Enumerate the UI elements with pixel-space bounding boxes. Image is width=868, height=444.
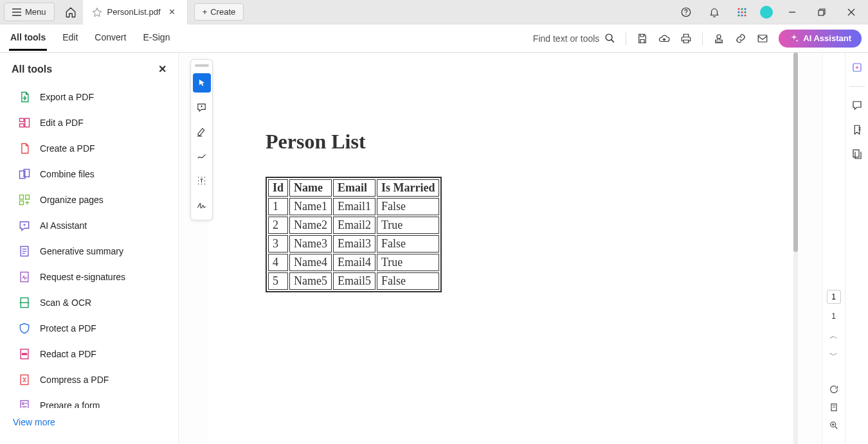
help-button[interactable]	[676, 4, 696, 21]
email-button[interactable]	[757, 33, 768, 44]
table-cell: Name1	[289, 198, 332, 215]
window-close-button[interactable]	[841, 6, 862, 19]
maximize-icon	[818, 8, 826, 16]
table-cell: 5	[268, 272, 288, 290]
star-icon[interactable]	[92, 7, 102, 17]
sparkle-icon	[789, 33, 799, 44]
table-cell: 4	[268, 254, 288, 271]
sidebar-item-esign[interactable]: Request e-signatures	[0, 264, 178, 290]
toolbar-drag-handle[interactable]	[195, 64, 209, 67]
draw-tool[interactable]	[193, 147, 211, 166]
tab-close-button[interactable]: ✕	[166, 7, 178, 17]
toolbar-tab-edit[interactable]: Edit	[61, 26, 79, 51]
scrollbar-thumb[interactable]	[793, 53, 798, 252]
sidebar-item-scan[interactable]: Scan & OCR	[0, 290, 178, 315]
svg-rect-26	[22, 353, 27, 355]
stamp-button[interactable]	[713, 33, 725, 44]
sidebar-item-create[interactable]: Create a PDF	[0, 136, 178, 161]
sidebar-close-button[interactable]: ✕	[158, 63, 167, 75]
sidebar-item-form[interactable]: Prepare a form	[0, 393, 178, 408]
esign-icon	[18, 271, 31, 283]
titlebar-right	[676, 4, 868, 21]
thumbnails-panel-button[interactable]	[851, 148, 863, 160]
notifications-button[interactable]	[705, 4, 724, 21]
page-number-input[interactable]	[827, 290, 841, 304]
sidebar-item-summary[interactable]: Generative summary	[0, 238, 178, 264]
save-icon	[637, 33, 648, 44]
save-button[interactable]	[637, 33, 648, 44]
pdf-page: Person List IdNameEmailIs Married 1Name1…	[208, 53, 793, 444]
svg-point-2	[741, 8, 743, 10]
separator	[626, 31, 626, 46]
sidebar-item-label: Request e-signatures	[40, 272, 125, 282]
highlight-tool[interactable]	[193, 122, 211, 141]
page-navigation-panel: 1 ︿ ﹀	[822, 53, 845, 444]
create-button[interactable]: + Create	[194, 3, 244, 21]
svg-point-12	[717, 35, 721, 39]
titlebar: Menu PersonList.pdf ✕ + Create	[0, 0, 868, 24]
table-header-cell: Is Married	[377, 179, 439, 197]
sign-tool[interactable]	[193, 195, 211, 215]
bookmarks-panel-button[interactable]	[851, 124, 863, 136]
comments-panel-button[interactable]	[851, 100, 863, 111]
ai-assistant-label: AI Assistant	[803, 33, 851, 43]
document-viewport[interactable]: Person List IdNameEmailIs Married 1Name1…	[179, 53, 822, 444]
all-tools-sidebar: All tools ✕ Export a PDFEdit a PDFCreate…	[0, 53, 179, 444]
sidebar-item-label: Create a PDF	[40, 143, 95, 154]
document-tab[interactable]: PersonList.pdf ✕	[83, 0, 188, 24]
document-heading: Person List	[266, 130, 735, 154]
toolbar-tab-convert[interactable]: Convert	[93, 26, 127, 51]
comment-icon	[196, 102, 207, 113]
secondary-toolbar: All tools Edit Convert E-Sign Find text …	[0, 24, 868, 53]
sidebar-item-label: AI Assistant	[40, 220, 87, 231]
search-area[interactable]: Find text or tools	[533, 33, 616, 44]
window-maximize-button[interactable]	[811, 6, 832, 19]
sidebar-item-organize[interactable]: Organize pages	[0, 187, 178, 213]
select-tool[interactable]	[193, 73, 211, 93]
minimize-icon	[788, 8, 796, 16]
table-cell: False	[377, 235, 439, 253]
print-button[interactable]	[680, 33, 692, 44]
cloud-upload-button[interactable]	[658, 33, 670, 44]
close-icon	[847, 8, 855, 16]
ai-assistant-button[interactable]: AI Assistant	[779, 30, 862, 48]
scrollbar-track[interactable]	[793, 53, 798, 444]
svg-point-7	[737, 14, 739, 16]
user-avatar[interactable]	[760, 6, 773, 19]
page-down-button[interactable]: ﹀	[827, 348, 840, 363]
toolbar-tab-esign[interactable]: E-Sign	[141, 26, 171, 51]
sidebar-item-redact[interactable]: Redact a PDF	[0, 341, 178, 367]
zoom-button[interactable]	[827, 418, 841, 432]
svg-rect-15	[20, 124, 24, 127]
panel-ai-button[interactable]	[851, 62, 863, 73]
highlight-icon	[196, 127, 207, 138]
view-more-link[interactable]: View more	[0, 408, 178, 436]
create-label: Create	[210, 7, 235, 17]
sidebar-item-protect[interactable]: Protect a PDF	[0, 315, 178, 341]
rotate-button[interactable]	[827, 382, 841, 396]
comment-tool[interactable]	[193, 98, 211, 117]
sidebar-item-combine[interactable]: Combine files	[0, 161, 178, 187]
page-total-label: 1	[831, 312, 836, 321]
sidebar-item-label: Combine files	[40, 169, 95, 179]
sidebar-item-edit[interactable]: Edit a PDF	[0, 110, 178, 136]
svg-point-5	[741, 11, 743, 13]
sidebar-item-ai[interactable]: AI Assistant	[0, 213, 178, 238]
plus-icon: +	[203, 7, 208, 17]
page-up-button[interactable]: ︿	[827, 328, 840, 344]
toolbar-tab-all-tools[interactable]: All tools	[9, 26, 47, 51]
sidebar-item-compress[interactable]: Compress a PDF	[0, 367, 178, 393]
sidebar-header: All tools ✕	[0, 60, 178, 84]
page-layout-button[interactable]	[827, 400, 841, 414]
sidebar-item-label: Compress a PDF	[40, 375, 109, 385]
menu-button[interactable]: Menu	[4, 3, 55, 21]
svg-rect-34	[853, 150, 859, 157]
table-row: 3Name3Email3False	[268, 235, 439, 253]
svg-rect-10	[818, 10, 824, 15]
home-button[interactable]	[60, 3, 82, 22]
sidebar-item-export[interactable]: Export a PDF	[0, 84, 178, 110]
link-button[interactable]	[735, 33, 746, 44]
apps-button[interactable]	[733, 4, 751, 20]
text-select-tool[interactable]	[193, 171, 211, 190]
window-minimize-button[interactable]	[782, 6, 802, 19]
